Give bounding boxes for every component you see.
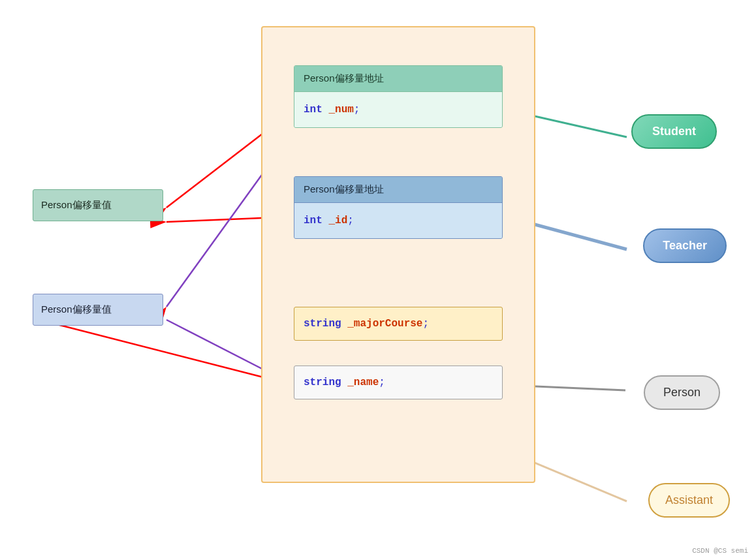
student-pill: Student [631, 114, 717, 149]
left-green-box: Person偏移量值 [33, 189, 163, 221]
name-box: string _name; [294, 366, 503, 399]
num-var: _num [328, 104, 353, 116]
major-var: _majorCourse [347, 318, 422, 330]
svg-line-14 [39, 320, 294, 385]
blue-header: Person偏移量地址 [294, 177, 502, 203]
diagram-container: Person偏移量地址 int _num; Person偏移量地址 int _i… [0, 0, 756, 560]
name-var: _name [347, 377, 379, 388]
teal-body: int _num; [294, 92, 502, 127]
blue-section: Person偏移量地址 int _id; [294, 176, 503, 239]
watermark: CSDN @CS semi [692, 547, 748, 555]
id-var: _id [328, 215, 347, 226]
teal-section: Person偏移量地址 int _num; [294, 65, 503, 128]
assistant-pill: Assistant [648, 483, 730, 518]
left-blue-box: Person偏移量值 [33, 294, 163, 326]
major-course-box: string _majorCourse; [294, 307, 503, 341]
teacher-pill: Teacher [643, 228, 727, 263]
int-keyword-1: int [304, 104, 323, 116]
int-keyword-2: int [304, 215, 323, 226]
person-pill: Person [644, 375, 720, 410]
teal-header: Person偏移量地址 [294, 66, 502, 92]
blue-body: int _id; [294, 203, 502, 238]
string-keyword-1: string [304, 318, 341, 330]
string-keyword-2: string [304, 377, 341, 388]
